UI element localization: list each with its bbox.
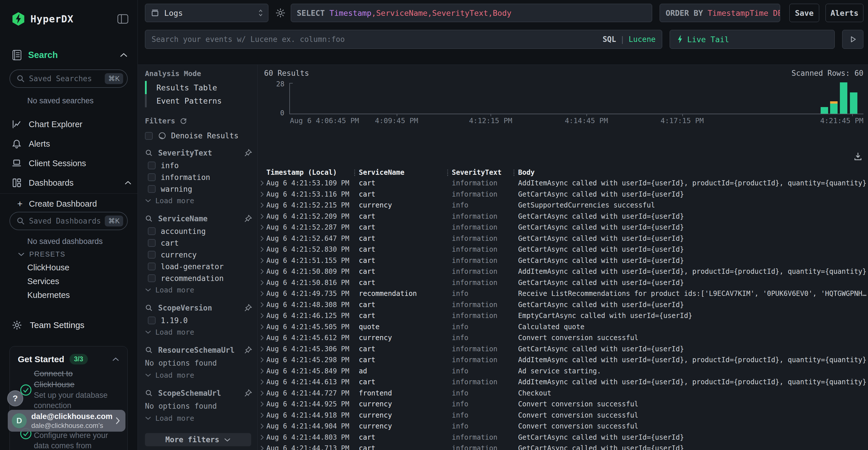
table-row[interactable]: Aug 6 4:21:51.155 PMcartinformationGetCa…	[258, 255, 867, 266]
download-icon[interactable]	[853, 152, 863, 161]
column-header-servicename[interactable]: ServiceName	[359, 168, 452, 176]
live-tail-button[interactable]: Live Tail	[670, 30, 835, 49]
create-dashboard-button[interactable]: + Create Dashboard	[17, 197, 97, 210]
row-expand-chevron-icon[interactable]	[260, 390, 264, 396]
table-row[interactable]: Aug 6 4:21:45.306 PMcartinformationGetCa…	[258, 344, 867, 355]
select-columns-input[interactable]: SELECT Timestamp,ServiceName,SeverityTex…	[291, 4, 652, 22]
checkbox[interactable]	[148, 239, 156, 247]
filter-option[interactable]: 1.19.0	[145, 315, 252, 326]
row-expand-chevron-icon[interactable]	[260, 313, 264, 319]
checkbox[interactable]	[148, 251, 156, 259]
load-more-button[interactable]: Load more	[145, 284, 252, 296]
row-expand-chevron-icon[interactable]	[260, 368, 264, 374]
preset-clickhouse[interactable]: ClickHouse	[27, 263, 69, 272]
table-row[interactable]: Aug 6 4:21:45.505 PMquoteinfoCalculated …	[258, 321, 867, 333]
table-row[interactable]: Aug 6 4:21:45.612 PMcurrencyinfoConvert …	[258, 332, 867, 344]
tab-event-patterns[interactable]: Event Patterns	[145, 94, 255, 107]
sidebar-item-client-sessions[interactable]: Client Sessions	[11, 156, 132, 170]
table-row[interactable]: Aug 6 4:21:44.925 PMcurrencyinfoConvert …	[258, 398, 867, 410]
table-row[interactable]: Aug 6 4:21:44.904 PMcurrencyinfoConvert …	[258, 421, 867, 432]
user-menu[interactable]: D dale@clickhouse.com dale@clickhouse.co…	[8, 410, 125, 431]
column-header-body[interactable]: Body	[518, 168, 867, 176]
language-toggle-lucene[interactable]: Lucene	[629, 35, 656, 44]
row-expand-chevron-icon[interactable]	[260, 213, 264, 220]
table-row[interactable]: Aug 6 4:21:50.809 PMcartinformationAddIt…	[258, 266, 867, 277]
checkbox[interactable]	[148, 185, 156, 193]
sidebar-item-search[interactable]: Search	[11, 48, 128, 62]
get-started-step-2[interactable]: Configure where your data comes from	[34, 430, 108, 450]
table-row[interactable]: Aug 6 4:21:44.613 PMcartinformationAddIt…	[258, 377, 867, 388]
load-more-button[interactable]: Load more	[145, 412, 252, 424]
sidebar-item-alerts[interactable]: Alerts	[11, 137, 132, 151]
table-row[interactable]: Aug 6 4:21:53.109 PMcartinformationAddIt…	[258, 178, 867, 189]
histogram-bar[interactable]	[830, 101, 838, 114]
load-more-button[interactable]: Load more	[145, 326, 252, 338]
row-expand-chevron-icon[interactable]	[260, 191, 264, 197]
pin-icon[interactable]	[244, 214, 252, 223]
row-expand-chevron-icon[interactable]	[260, 401, 264, 407]
language-toggle-sql[interactable]: SQL	[602, 35, 616, 44]
table-row[interactable]: Aug 6 4:21:52.830 PMcartinformationGetCa…	[258, 244, 867, 255]
row-expand-chevron-icon[interactable]	[260, 224, 264, 230]
saved-searches-input[interactable]	[29, 74, 105, 83]
row-expand-chevron-icon[interactable]	[260, 434, 264, 441]
filter-option[interactable]: cart	[145, 237, 252, 249]
sidebar-item-dashboards[interactable]: Dashboards	[11, 175, 132, 190]
preset-services[interactable]: Services	[27, 277, 59, 286]
table-row[interactable]: Aug 6 4:21:52.647 PMcartinformationGetCa…	[258, 233, 867, 244]
get-started-step-1[interactable]: Connect to ClickHouse Set up your databa…	[34, 368, 107, 411]
checkbox[interactable]	[148, 317, 156, 324]
results-histogram[interactable]: 28 0 Aug 6 4:06:45 PM4:09:45 PM4:12:15 P…	[289, 83, 863, 114]
load-more-button[interactable]: Load more	[145, 195, 252, 206]
chevron-up-icon[interactable]	[112, 357, 119, 362]
checkbox[interactable]	[148, 227, 156, 235]
filter-option[interactable]: accounting	[145, 225, 252, 237]
row-expand-chevron-icon[interactable]	[260, 379, 264, 385]
table-row[interactable]: Aug 6 4:21:44.918 PMcurrencyinfoConvert …	[258, 410, 867, 421]
row-expand-chevron-icon[interactable]	[260, 280, 264, 286]
filter-option[interactable]: load-generator	[145, 261, 252, 272]
row-expand-chevron-icon[interactable]	[260, 202, 264, 208]
pin-icon[interactable]	[244, 346, 252, 354]
table-row[interactable]: Aug 6 4:21:48.308 PMcartinformationGetCa…	[258, 299, 867, 311]
table-row[interactable]: Aug 6 4:21:52.209 PMcartinformationGetCa…	[258, 211, 867, 222]
column-header-severitytext[interactable]: SeverityText	[452, 168, 518, 176]
row-expand-chevron-icon[interactable]	[260, 301, 264, 308]
save-button[interactable]: Save	[789, 4, 819, 22]
row-expand-chevron-icon[interactable]	[260, 180, 264, 186]
pin-icon[interactable]	[244, 303, 252, 312]
saved-dashboards-input[interactable]	[29, 217, 105, 225]
order-by-input[interactable]: ORDER BY TimestampTime DESC	[660, 4, 780, 22]
row-expand-chevron-icon[interactable]	[260, 246, 264, 253]
alerts-button[interactable]: Alerts	[826, 4, 863, 22]
histogram-bar[interactable]	[840, 83, 847, 114]
table-row[interactable]: Aug 6 4:21:44.713 PMcartinformationGetCa…	[258, 443, 867, 450]
filter-option[interactable]: currency	[145, 249, 252, 261]
histogram-bar[interactable]	[820, 107, 828, 114]
saved-searches-search[interactable]: ⌘K	[9, 69, 128, 88]
load-more-button[interactable]: Load more	[145, 369, 252, 381]
table-row[interactable]: Aug 6 4:21:50.816 PMcartinformationGetCa…	[258, 277, 867, 288]
row-expand-chevron-icon[interactable]	[260, 346, 264, 352]
presets-toggle[interactable]: PRESETS	[18, 250, 65, 258]
filter-option[interactable]: warning	[145, 183, 252, 195]
row-expand-chevron-icon[interactable]	[260, 445, 264, 450]
table-row[interactable]: Aug 6 4:21:49.735 PMrecommendationinfoRe…	[258, 288, 867, 299]
event-search-box[interactable]: SQL | Lucene	[145, 30, 662, 49]
chevron-up-icon[interactable]	[124, 181, 132, 185]
checkbox[interactable]	[148, 162, 156, 169]
run-query-button[interactable]	[842, 30, 863, 49]
tab-results-table[interactable]: Results Table	[145, 81, 255, 94]
sidebar-item-team-settings[interactable]: Team Settings	[11, 318, 84, 332]
table-row[interactable]: Aug 6 4:21:53.116 PMcartinformationGetCa…	[258, 189, 867, 200]
event-search-input[interactable]	[152, 35, 598, 44]
sidebar-item-chart-explorer[interactable]: Chart Explorer	[11, 117, 132, 131]
checkbox[interactable]	[145, 132, 153, 140]
table-row[interactable]: Aug 6 4:21:45.849 PMadinfoAd service sta…	[258, 366, 867, 377]
table-row[interactable]: Aug 6 4:21:45.298 PMcartinformationAddIt…	[258, 354, 867, 366]
filter-option[interactable]: info	[145, 160, 252, 171]
table-row[interactable]: Aug 6 4:21:52.215 PMcurrencyinfoGetSuppo…	[258, 200, 867, 211]
row-expand-chevron-icon[interactable]	[260, 357, 264, 363]
saved-dashboards-search[interactable]: ⌘K	[9, 212, 128, 230]
refresh-icon[interactable]	[179, 117, 188, 125]
